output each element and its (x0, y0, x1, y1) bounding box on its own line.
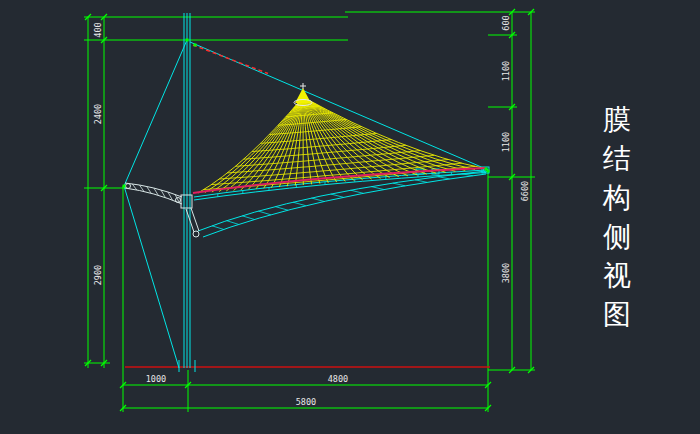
title-char: 图 (596, 295, 638, 334)
structure-layer (124, 13, 489, 372)
title-char: 结 (596, 139, 638, 178)
membrane-peak-cap (294, 83, 312, 106)
dimension-tick-marks (85, 9, 534, 411)
cantilever-truss (198, 171, 486, 237)
left-truss-bottom-chord (125, 188, 182, 204)
dim-bottom-1000: 1000 (146, 374, 166, 384)
dim-bottom-total: 5800 (296, 397, 316, 407)
back-stay-cable (124, 40, 187, 186)
drawing-title: 膜 结 构 侧 视 图 (596, 100, 638, 334)
title-char: 侧 (596, 217, 638, 256)
left-truss-assembly (125, 183, 199, 237)
dim-left-400: 400 (93, 22, 103, 37)
lower-stay-cable (124, 186, 179, 368)
title-char: 视 (596, 256, 638, 295)
cad-viewport: 400 2400 2900 600 1100 1100 3800 6600 10… (0, 0, 700, 434)
dim-right-1100a: 1100 (501, 61, 511, 81)
membrane-mesh (198, 97, 485, 193)
pin-joint-left (126, 184, 131, 189)
membrane-structure-drawing: 400 2400 2900 600 1100 1100 3800 6600 10… (0, 0, 700, 434)
pin-joint-strut (193, 231, 199, 237)
edge-beam (194, 169, 486, 200)
dim-right-600: 600 (501, 15, 511, 30)
dim-bottom-4800: 4800 (328, 374, 348, 384)
title-char: 构 (596, 178, 638, 217)
dim-right-3800: 3800 (501, 263, 511, 283)
dim-left-2900: 2900 (93, 265, 103, 285)
mast (179, 13, 195, 372)
dim-right-1100b: 1100 (501, 132, 511, 152)
dimension-layer (84, 9, 535, 412)
dim-left-2400: 2400 (93, 104, 103, 124)
dim-right-total: 6600 (520, 181, 530, 201)
dimension-texts: 400 2400 2900 600 1100 1100 3800 6600 10… (93, 15, 530, 407)
title-char: 膜 (596, 100, 638, 139)
